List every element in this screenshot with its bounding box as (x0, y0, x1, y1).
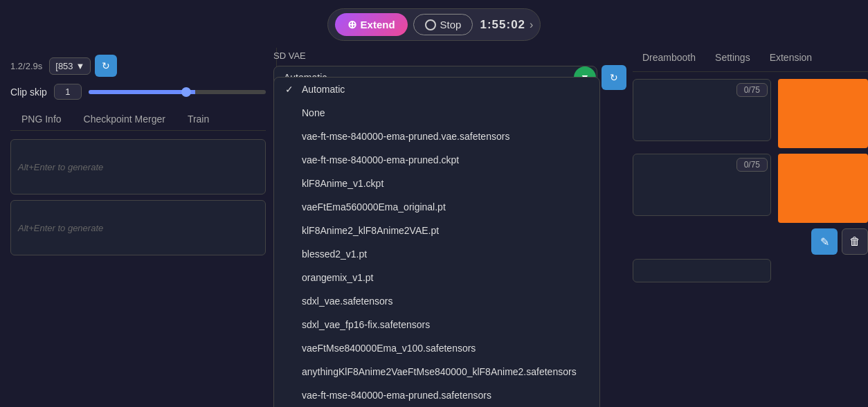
slider-thumb (181, 87, 191, 97)
right-panel: Dreambooth Settings Extension 0/75 0/75 … (633, 48, 868, 282)
tab-extensions[interactable]: Extension (760, 48, 822, 67)
edit-button[interactable]: ✎ (811, 228, 838, 255)
dropdown-chevron-icon: ▼ (76, 61, 85, 71)
dropdown-item-vae8[interactable]: ✓ sdxl_vae.safetensors (274, 289, 599, 313)
top-bar: ⊕ Extend Stop 1:55:02 › (0, 0, 868, 48)
model-dropdown[interactable]: [853 ▼ (49, 57, 91, 75)
tab-settings[interactable]: Settings (705, 48, 760, 67)
score-badge-2: 0/75 (736, 158, 768, 172)
model-refresh-button[interactable]: ↻ (95, 55, 117, 77)
dropdown-item-vae12[interactable]: ✓ vae-ft-mse-840000-ema-pruned.safetenso… (274, 383, 599, 407)
top-controls: ⊕ Extend Stop 1:55:02 › (327, 8, 541, 41)
left-panel: 1.2/2.9s [853 ▼ ↻ Clip skip 1 PNG Info C… (0, 48, 277, 407)
clip-skip-slider[interactable] (89, 90, 266, 94)
tab-png-info[interactable]: PNG Info (10, 108, 73, 130)
clip-skip-value: 1 (54, 84, 82, 100)
positive-prompt-area[interactable]: Alt+Enter to generate (10, 139, 266, 195)
dropdown-item-vae11[interactable]: ✓ anythingKlF8Anime2VaeFtMse840000_klF8A… (274, 360, 599, 383)
score-badge-1: 0/75 (736, 83, 768, 97)
dropdown-item-vae5[interactable]: ✓ klF8Anime2_klF8Anime2VAE.pt (274, 219, 599, 242)
stop-label: Stop (440, 19, 462, 30)
orange-block-2 (778, 154, 868, 223)
extend-button[interactable]: ⊕ Extend (335, 13, 408, 36)
model-value: [853 (55, 61, 73, 71)
tab-train[interactable]: Train (177, 108, 220, 130)
negative-prompt-area[interactable]: Alt+Enter to generate (10, 200, 266, 255)
stop-icon (425, 19, 436, 30)
sd-vae-dropdown-menu: ✓ Automatic ✓ None ✓ vae-ft-mse-840000-e… (273, 77, 600, 407)
dropdown-item-vae1[interactable]: ✓ vae-ft-mse-840000-ema-pruned.vae.safet… (274, 125, 599, 148)
sd-vae-section: SD VAE ▼ ↻ ✓ Automatic ✓ None ✓ vae-ft-m… (273, 48, 626, 90)
timer-display: 1:55:02 (480, 18, 525, 32)
info-text: 1.2/2.9s (10, 61, 42, 71)
tab-checkpoint-merger[interactable]: Checkpoint Merger (73, 108, 177, 130)
extend-label: Extend (361, 19, 395, 30)
checkmark-icon: ✓ (285, 84, 296, 95)
orange-block-1 (778, 79, 868, 148)
clip-skip-label: Clip skip (10, 87, 47, 98)
dropdown-item-vae3[interactable]: ✓ klF8Anime_v1.ckpt (274, 172, 599, 195)
trash-button[interactable]: 🗑 (842, 228, 868, 255)
dropdown-item-vae9[interactable]: ✓ sdxl_vae_fp16-fix.safetensors (274, 313, 599, 336)
dropdown-item-vae10[interactable]: ✓ vaeFtMse840000Ema_v100.safetensors (274, 336, 599, 360)
stop-button[interactable]: Stop (413, 14, 473, 35)
expand-icon[interactable]: › (530, 19, 533, 31)
dropdown-item-none[interactable]: ✓ None (274, 101, 599, 125)
dropdown-item-vae2[interactable]: ✓ vae-ft-mse-840000-ema-pruned.ckpt (274, 148, 599, 172)
clip-skip-area: Clip skip 1 (10, 84, 266, 100)
small-input-area[interactable] (633, 259, 771, 282)
tab-dreambooth[interactable]: Dreambooth (633, 48, 705, 67)
dropdown-item-vae6[interactable]: ✓ blessed2_v1.pt (274, 242, 599, 266)
sd-vae-refresh-button[interactable]: ↻ (602, 65, 626, 90)
dropdown-item-automatic[interactable]: ✓ Automatic (274, 78, 599, 101)
main-content: 1.2/2.9s [853 ▼ ↻ Clip skip 1 PNG Info C… (0, 48, 868, 407)
info-bar: 1.2/2.9s [853 ▼ ↻ (10, 55, 266, 77)
model-selector: [853 ▼ ↻ (49, 55, 117, 77)
negative-prompt-placeholder: Alt+Enter to generate (18, 223, 103, 233)
dropdown-item-vae7[interactable]: ✓ orangemix_v1.pt (274, 266, 599, 289)
nav-tabs: PNG Info Checkpoint Merger Train (10, 108, 266, 131)
dropdown-item-vae4[interactable]: ✓ vaeFtEma560000Ema_original.pt (274, 195, 599, 219)
sd-vae-label: SD VAE (273, 48, 626, 61)
positive-prompt-placeholder: Alt+Enter to generate (18, 162, 103, 172)
extend-icon: ⊕ (347, 18, 356, 31)
